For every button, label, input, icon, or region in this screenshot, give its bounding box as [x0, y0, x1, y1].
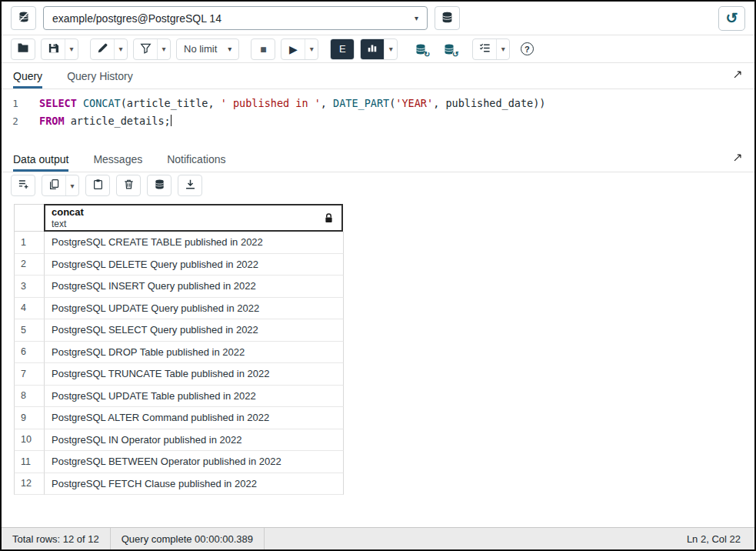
table-row: 5 PostgreSQL SELECT Query published in 2… [14, 319, 754, 342]
table-row: 1 PostgreSQL CREATE TABLE published in 2… [14, 232, 754, 254]
table-row: 11 PostgreSQL BETWEEN Operator published… [14, 451, 754, 473]
execute-button[interactable]: ▶ [281, 39, 305, 59]
output-tabs: Data output Messages Notifications [2, 146, 754, 172]
clipboard-icon [92, 179, 104, 192]
editor-gutter: 1 2 [2, 95, 29, 146]
tab-data-output[interactable]: Data output [13, 146, 68, 172]
row-value-cell[interactable]: PostgreSQL INSERT Query published in 202… [45, 276, 344, 298]
status-bar: Total rows: 12 of 12 Query complete 00:0… [2, 527, 754, 549]
sql-editor[interactable]: 1 2 SELECT CONCAT(article_title, ' publi… [2, 89, 754, 146]
play-icon: ▶ [289, 43, 298, 55]
copy-button[interactable] [42, 175, 65, 195]
table-row: 10 PostgreSQL IN Operator published in 2… [14, 429, 754, 452]
table-row: 7 PostgreSQL TRUNCATE Table published in… [14, 363, 754, 386]
row-value-cell[interactable]: PostgreSQL SELECT Query published in 202… [45, 319, 344, 342]
chevron-down-icon: ▾ [310, 45, 314, 53]
macros-button[interactable] [473, 39, 496, 59]
row-value-cell[interactable]: PostgreSQL UPDATE Table published in 202… [45, 386, 344, 408]
connection-status-button[interactable] [11, 6, 36, 30]
execute-options-dropdown[interactable]: ▾ [305, 39, 318, 59]
macros-dropdown[interactable]: ▾ [496, 39, 509, 59]
add-row-icon [18, 179, 29, 192]
paste-button[interactable] [86, 175, 109, 195]
chevron-down-icon: ▾ [162, 45, 165, 53]
explain-button[interactable]: E [331, 39, 354, 59]
row-value-cell[interactable]: PostgreSQL CREATE TABLE published in 202… [45, 232, 344, 254]
row-number-cell[interactable]: 10 [14, 429, 45, 452]
new-connection-button[interactable] [435, 6, 460, 30]
rollback-button[interactable]: ↺ [438, 38, 461, 60]
download-icon [185, 179, 196, 192]
download-button[interactable] [178, 175, 201, 195]
sql-keyword: FROM [39, 115, 65, 127]
editor-code[interactable]: SELECT CONCAT(article_title, ' published… [29, 95, 545, 146]
open-file-button[interactable] [12, 39, 35, 59]
add-row-button[interactable] [12, 175, 35, 195]
row-number-cell[interactable]: 5 [14, 319, 45, 342]
explain-analyze-button[interactable] [361, 39, 384, 59]
column-header-concat[interactable]: concat text [44, 204, 343, 232]
sql-text: , published_date)) [433, 97, 545, 109]
status-query-complete: Query complete 00:00:00.389 [111, 528, 265, 549]
column-meta: concat text [52, 206, 84, 229]
filter-options-dropdown[interactable]: ▾ [157, 39, 170, 59]
filter-button[interactable] [134, 39, 157, 59]
database-save-icon [154, 179, 165, 192]
refresh-connection-button[interactable]: ↺ [718, 6, 745, 31]
table-row: 6 PostgreSQL DROP Table published in 202… [14, 342, 754, 364]
tab-notifications[interactable]: Notifications [167, 146, 225, 172]
explain-options-dropdown[interactable]: ▾ [384, 39, 397, 59]
database-rollback-icon: ↺ [443, 43, 455, 55]
tab-messages[interactable]: Messages [93, 146, 142, 172]
bar-chart-icon [367, 42, 378, 55]
stop-button[interactable]: ■ [251, 39, 275, 59]
chevron-down-icon: ▾ [70, 182, 74, 190]
save-file-button[interactable] [42, 39, 65, 59]
connection-select[interactable]: example/postgres@PostgreSQL 14 ▾ [43, 6, 428, 30]
row-number-cell[interactable]: 12 [14, 473, 45, 496]
commit-button[interactable]: ↻ [409, 38, 432, 60]
refresh-icon: ↺ [726, 9, 738, 27]
sql-string: ' published in ' [221, 97, 321, 109]
line-number: 1 [2, 95, 29, 112]
row-number-cell[interactable]: 6 [14, 342, 45, 364]
delete-row-button[interactable] [117, 175, 140, 195]
row-value-cell[interactable]: PostgreSQL TRUNCATE Table published in 2… [45, 363, 344, 386]
edit-button[interactable] [91, 39, 114, 59]
expand-output-button[interactable] [732, 152, 743, 165]
table-row: 8 PostgreSQL UPDATE Table published in 2… [14, 386, 754, 408]
row-limit-select[interactable]: No limit ▾ [177, 39, 238, 59]
tab-query-history[interactable]: Query History [67, 63, 133, 88]
database-icon [441, 11, 454, 26]
row-value-cell[interactable]: PostgreSQL DROP Table published in 2022 [45, 342, 344, 364]
row-number-cell[interactable]: 9 [14, 407, 45, 429]
row-number-cell[interactable]: 8 [14, 386, 45, 408]
text-cursor [171, 115, 172, 126]
row-number-cell[interactable]: 2 [14, 254, 45, 276]
save-options-dropdown[interactable]: ▾ [65, 39, 78, 59]
help-button[interactable]: ? [515, 38, 538, 60]
row-value-cell[interactable]: PostgreSQL IN Operator published in 2022 [45, 429, 344, 452]
grid-corner-cell[interactable] [14, 204, 45, 232]
row-value-cell[interactable]: PostgreSQL FETCH Clause published in 202… [45, 473, 344, 496]
row-number-cell[interactable]: 7 [14, 363, 45, 386]
row-number-cell[interactable]: 11 [14, 451, 45, 473]
tab-data-output-label: Data output [13, 153, 68, 165]
copy-options-dropdown[interactable]: ▾ [65, 175, 78, 195]
row-number-cell[interactable]: 1 [14, 232, 45, 254]
table-row: 9 PostgreSQL ALTER Command published in … [14, 407, 754, 429]
row-value-cell[interactable]: PostgreSQL UPDATE Query published in 202… [45, 298, 344, 320]
row-number-cell[interactable]: 3 [14, 276, 45, 298]
query-toolbar: ▾ ▾ ▾ No limit ▾ ■ ▶ [2, 35, 754, 63]
code-line-1: SELECT CONCAT(article_title, ' published… [39, 95, 545, 112]
row-value-cell[interactable]: PostgreSQL ALTER Command published in 20… [45, 407, 344, 429]
row-number-cell[interactable]: 4 [14, 298, 45, 320]
tab-query-label: Query [13, 70, 42, 82]
row-value-cell[interactable]: PostgreSQL BETWEEN Operator published in… [45, 451, 344, 473]
row-value-cell[interactable]: PostgreSQL DELETE Query published in 202… [45, 254, 344, 276]
expand-editor-button[interactable] [732, 69, 743, 82]
edit-options-dropdown[interactable]: ▾ [114, 39, 127, 59]
tab-query[interactable]: Query [13, 63, 42, 88]
save-data-button[interactable] [148, 175, 171, 195]
data-grid: concat text 1 PostgreSQL CREATE TABLE pu… [2, 199, 754, 527]
